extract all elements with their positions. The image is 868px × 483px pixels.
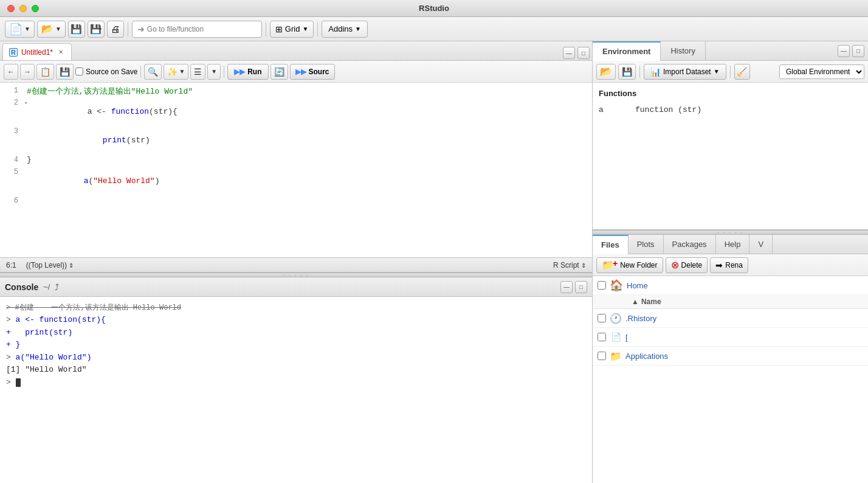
chunks-button[interactable]: ▼ [207,64,221,80]
addins-button[interactable]: Addins ▼ [322,21,368,38]
console-line-2: > a <- function(str){ [6,314,586,326]
back-button[interactable]: ← [4,64,18,80]
file-row-applications: 📁 Applications [593,347,868,366]
home-link[interactable]: Home [627,281,648,290]
env-sep-2 [730,66,731,78]
new-folder-button[interactable]: 📁 + New Folder [596,257,663,273]
rhistory-icon: 🕐 [610,312,622,324]
new-file-button[interactable]: 📄 ▼ [5,21,35,38]
file-type: R Script ⇕ [553,261,586,269]
pane-divider[interactable]: · · · · · [0,273,592,277]
print-button[interactable]: 🖨 [107,21,124,38]
import-dataset-button[interactable]: 📊 Import Dataset ▼ [644,64,726,80]
editor-tab-bar: R Untitled1* ✕ — □ [0,41,592,61]
maximize-console-button[interactable]: □ [575,281,587,293]
console-line-7: > [6,377,586,389]
go-to-input[interactable] [147,23,257,36]
traffic-lights [7,5,39,12]
code-line-4: 4 } [0,155,592,167]
editor-toolbar: ← → 📋 💾 Source on Save 🔍 ✨ ▼ [0,61,592,83]
run-label: Run [247,68,261,76]
minimize-console-button[interactable]: — [560,281,573,293]
rerun-button[interactable]: 🔄 [270,64,288,80]
code-editor[interactable]: 1 #创建一个方法,该方法是输出"Hello World" 2 ▾ a <- f… [0,83,592,257]
save-button[interactable]: 💾 [68,21,85,38]
tab-viewer[interactable]: V [749,235,773,254]
editor-tab-controls: — □ [563,47,590,60]
main-layout: R Untitled1* ✕ — □ ← → 📋 💾 [0,41,868,483]
main-toolbar: 📄 ▼ 📂 ▼ 💾 💾+ 🖨 ➜ ⊞ Grid ▼ Addins ▼ [0,17,868,41]
global-env-selector[interactable]: Global Environment [779,64,864,79]
env-var-value: function (str) [635,105,701,114]
functions-section-title: Functions [599,86,862,100]
new-folder-label: New Folder [620,261,657,269]
console-content[interactable]: > #创建 一个方法,该方法是输出 Hello World > a <- fun… [0,297,592,483]
minimize-editor-button[interactable]: — [563,47,575,59]
magic-button[interactable]: ✨ ▼ [164,64,188,80]
console-path: ~/ [43,282,50,291]
rename-label: Rena [725,261,743,269]
applications-name[interactable]: Applications [625,352,863,361]
minimize-button[interactable] [19,5,27,12]
maximize-env-button[interactable]: □ [852,45,864,57]
cursor [16,378,21,387]
rhistory-name[interactable]: .Rhistory [625,314,863,323]
minimize-env-button[interactable]: — [838,45,850,57]
open-file-button[interactable]: 📂 ▼ [37,21,66,38]
env-row-a: a function (str) [599,104,862,116]
addins-label: Addins [328,24,353,33]
tab-history[interactable]: History [661,41,705,61]
maximize-button[interactable] [32,5,39,12]
code-line-6: 6 [0,195,592,207]
env-tab-bar: Environment History — □ [593,41,868,61]
files-toolbar: 📁 + New Folder ⊗ Delete ➡ Rena [593,254,868,276]
find-button[interactable]: 🔍 [144,64,162,80]
source-on-save-label[interactable]: Source on Save [75,68,137,76]
right-panel: Environment History — □ 📂 💾 [593,41,868,483]
bracket-checkbox[interactable] [598,333,606,341]
left-panel: R Untitled1* ✕ — □ ← → 📋 💾 [0,41,593,483]
code-line-1: 1 #创建一个方法,该方法是输出"Hello World" [0,85,592,97]
env-toolbar: 📂 💾 📊 Import Dataset ▼ 🧹 Global Environm… [593,61,868,83]
forward-button[interactable]: → [20,64,35,80]
console-share-icon[interactable]: ⤴ [55,282,59,292]
tab-close-button[interactable]: ✕ [57,48,65,57]
run-button[interactable]: ▶▶ Run [227,64,268,80]
save-all-button[interactable]: 💾+ [88,21,105,38]
editor-tab-untitled1[interactable]: R Untitled1* ✕ [2,43,72,60]
delete-button[interactable]: ⊗ Delete [666,257,708,273]
ed-sep-1 [140,66,141,78]
save-editor-button[interactable]: 💾 [56,64,74,80]
tab-environment[interactable]: Environment [593,41,661,61]
format-button[interactable]: ☰ [190,64,205,80]
source-on-save-checkbox[interactable] [75,68,83,75]
files-list: 🏠 Home ▲ Name 🕐 [593,276,868,483]
home-checkbox[interactable] [598,281,606,290]
toolbar-sep-3 [317,22,318,36]
applications-checkbox[interactable] [598,352,606,360]
source-label: Sourc [309,68,329,76]
save-workspace-button[interactable]: 💾 [618,64,636,80]
rhistory-checkbox[interactable] [598,314,606,322]
maximize-editor-button[interactable]: □ [577,47,590,59]
tab-help[interactable]: Help [716,235,750,254]
tab-files[interactable]: Files [593,235,629,254]
rename-button[interactable]: ➡ Rena [710,257,748,273]
console-tab-bar: Console ~/ ⤴ — □ [0,277,592,297]
bracket-name[interactable]: [ [625,333,863,342]
clear-workspace-button[interactable]: 🧹 [734,64,750,80]
applications-icon: 📁 [610,350,622,362]
grid-button[interactable]: ⊞ Grid ▼ [270,21,314,38]
source-button[interactable]: ▶▶ Sourc [290,64,335,80]
code-nav-button[interactable]: 📋 [36,64,54,80]
home-icon: 🏠 [610,279,623,292]
tab-packages[interactable]: Packages [664,235,716,254]
delete-label: Delete [681,261,703,269]
tab-plots[interactable]: Plots [629,235,664,254]
console-pane: Console ~/ ⤴ — □ > #创建 一个方法,该方法是输出 Hello… [0,277,592,483]
go-to-field[interactable]: ➜ [132,21,262,38]
load-workspace-button[interactable]: 📂 [596,64,616,80]
env-pane: Environment History — □ 📂 💾 [593,41,868,230]
close-button[interactable] [7,5,15,12]
console-line-1: > #创建 一个方法,该方法是输出 Hello World [6,302,586,313]
